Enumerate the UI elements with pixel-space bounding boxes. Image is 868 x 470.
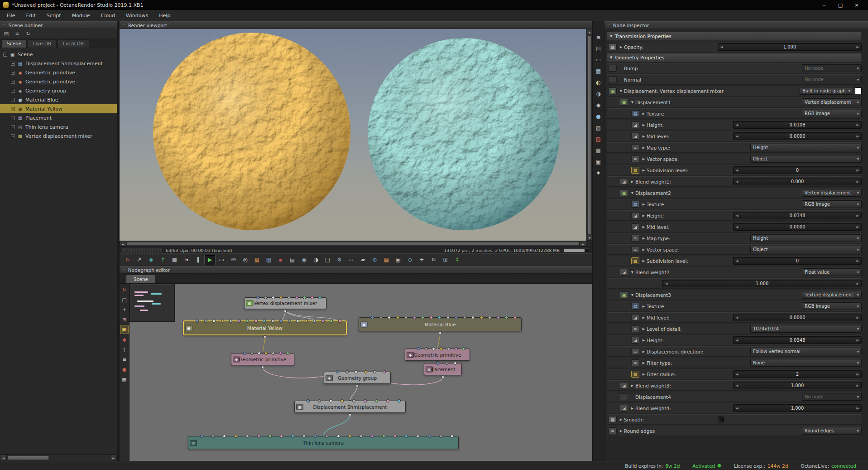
node-pin[interactable] [307, 399, 310, 402]
dropdown[interactable]: Vertex displacement▼ [802, 189, 862, 197]
expander-icon[interactable]: ▼ [629, 271, 635, 274]
expander-icon[interactable]: ▶ [641, 123, 647, 127]
outliner-item[interactable]: +●Material Yellow [0, 104, 117, 113]
node-pin[interactable] [396, 316, 399, 319]
viewport-canvas[interactable] [120, 29, 586, 241]
node-pin[interactable] [238, 320, 241, 323]
render-passes-list-icon[interactable]: ▨ [593, 134, 604, 144]
menu-edit[interactable]: Edit [20, 11, 41, 20]
node-pin[interactable] [200, 435, 203, 438]
node-pin[interactable] [196, 320, 199, 323]
node-pin[interactable] [338, 320, 341, 323]
expander-icon[interactable]: ▶ [641, 237, 647, 240]
slider-decrement-icon[interactable]: ◀ [734, 407, 740, 410]
texture-environment-icon[interactable]: ▦ [381, 255, 392, 265]
lock-resolution-icon[interactable]: ▣ [393, 255, 404, 265]
node-pin[interactable] [513, 316, 517, 319]
node-pin[interactable] [279, 352, 282, 355]
network-render-icon[interactable]: ⊕ [369, 255, 380, 265]
node-pin[interactable] [330, 320, 333, 323]
node-material-yellow[interactable]: ●Material Yellow [183, 321, 346, 335]
node-pin[interactable] [279, 320, 283, 323]
tree-expander-icon[interactable]: - [3, 53, 7, 57]
node-pin[interactable] [286, 352, 289, 355]
tree-expander-icon[interactable]: + [11, 107, 15, 111]
node-pin[interactable] [393, 435, 397, 438]
minimap-toggle-icon[interactable]: ▣ [120, 325, 129, 334]
value-slider[interactable]: ◀0.0348▶ [733, 212, 862, 219]
expander-icon[interactable]: ▶ [641, 316, 647, 320]
edge-connector[interactable] [261, 366, 264, 368]
slider-increment-icon[interactable]: ▶ [854, 214, 861, 218]
expander-icon[interactable]: ▶ [641, 203, 647, 206]
node-pin[interactable] [425, 347, 428, 350]
viewport-hscrollbar[interactable]: ◀ ▶ [120, 241, 586, 247]
expander-icon[interactable]: ▼ [618, 89, 624, 93]
node-pin[interactable] [373, 370, 376, 373]
expander-icon[interactable]: ▶ [641, 361, 647, 365]
menu-module[interactable]: Module [67, 11, 96, 20]
tree-expander-icon[interactable]: + [11, 125, 15, 129]
outliner-hscroll-track[interactable] [7, 455, 110, 461]
tree-expander-icon[interactable]: + [11, 71, 15, 75]
node-pin[interactable] [371, 435, 374, 438]
slider-decrement-icon[interactable]: ◀ [734, 135, 740, 138]
render-passes-icon[interactable]: ▤ [287, 255, 298, 265]
slider-increment-icon[interactable]: ▶ [854, 407, 861, 410]
node-pin[interactable] [383, 370, 386, 373]
node-pin[interactable] [336, 370, 339, 373]
node-pin[interactable] [404, 316, 408, 319]
node-pin[interactable] [250, 352, 254, 355]
dropdown[interactable]: No node▼ [802, 393, 862, 401]
node-pin[interactable] [321, 320, 325, 323]
subsampling-icon[interactable]: AFl [228, 255, 239, 265]
dropdown[interactable]: Height▼ [750, 234, 862, 242]
clear-region-icon[interactable]: ▪ [275, 255, 286, 265]
node-pin[interactable] [271, 320, 274, 323]
dropdown[interactable]: Height▼ [750, 144, 862, 151]
menu-file[interactable]: File [1, 11, 20, 20]
dropdown[interactable]: No node▼ [802, 76, 862, 83]
camera-icon[interactable]: ▭ [593, 55, 604, 65]
node-pin[interactable] [340, 399, 344, 402]
tree-expander-icon[interactable]: + [11, 89, 15, 93]
film-settings-icon[interactable]: ▤ [593, 44, 604, 53]
node-thin-lens-camera[interactable]: ◎Thin lens camera [188, 436, 459, 449]
node-pin[interactable] [455, 316, 458, 319]
node-pin[interactable] [451, 435, 454, 438]
slider-increment-icon[interactable]: ▶ [854, 384, 861, 388]
node-pin[interactable] [379, 316, 383, 319]
expander-icon[interactable]: ▶ [641, 339, 647, 342]
node-pin[interactable] [360, 435, 363, 438]
save-image-icon[interactable]: ↑ [157, 255, 168, 265]
animation-icon[interactable]: ● [593, 111, 604, 121]
resume-render-icon[interactable]: ▶ [204, 255, 216, 265]
value-slider[interactable]: ◀0▶ [733, 166, 862, 174]
refresh-outliner-icon[interactable]: ↻ [24, 30, 33, 38]
slider-decrement-icon[interactable]: ◀ [734, 259, 740, 263]
copy-image-icon[interactable]: ◈ [145, 255, 157, 265]
dropdown[interactable]: Float value▼ [802, 268, 862, 276]
sync-selection-icon[interactable]: ▤ [2, 30, 11, 38]
node-pin[interactable] [258, 352, 261, 355]
scroll-right-icon[interactable]: ▶ [110, 455, 117, 461]
grid-table-icon[interactable]: ▦ [120, 375, 129, 384]
outliner-item[interactable]: +▦Placement [0, 113, 117, 122]
expander-icon[interactable]: ▶ [641, 259, 647, 263]
value-slider[interactable]: ◀1.000▶ [662, 280, 862, 287]
outliner-item[interactable]: +▩Vertex displacement mixer [0, 131, 117, 141]
fullscreen-icon[interactable]: ⊞ [440, 255, 451, 265]
render-region-icon[interactable]: ▩ [251, 255, 263, 265]
menu-script[interactable]: Script [41, 11, 67, 20]
section-header[interactable]: ▼Geometry Properties [607, 53, 862, 62]
grid-snap-icon[interactable]: ⊞ [120, 315, 129, 324]
tree-expander-icon[interactable]: + [11, 80, 15, 84]
annotate-icon[interactable]: ◆ [120, 335, 129, 344]
edge-connector[interactable] [356, 384, 359, 387]
expander-icon[interactable]: ▶ [641, 327, 647, 331]
value-slider[interactable]: ◀2▶ [733, 370, 862, 378]
tree-expander-icon[interactable]: + [11, 116, 15, 120]
outliner-item[interactable]: +◎Thin lens camera [0, 122, 117, 131]
pan-graph-icon[interactable]: + [120, 305, 129, 314]
node-pin[interactable] [243, 352, 246, 355]
